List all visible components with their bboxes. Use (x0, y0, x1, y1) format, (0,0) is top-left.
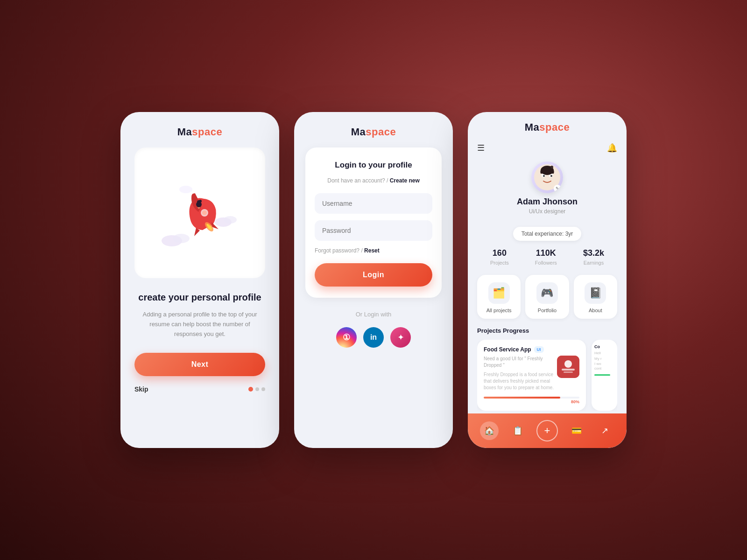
username-input[interactable] (315, 193, 432, 214)
stat-earnings-value: $3.2k (583, 248, 604, 258)
project-name: Food Service App (484, 346, 531, 353)
onboard-illustration-box (134, 147, 265, 278)
edit-avatar-badge[interactable]: ✎ (554, 185, 561, 192)
brand-title-1: Maspace (177, 126, 222, 138)
stat-projects-label: Projects (490, 260, 509, 266)
progress-bar-fill (484, 397, 560, 399)
svg-point-12 (199, 200, 202, 203)
progress-bar-background (484, 397, 579, 399)
next-button[interactable]: Next (134, 353, 265, 376)
hamburger-icon[interactable]: ☰ (477, 143, 485, 153)
forgot-text: Forgot password? / (315, 247, 363, 254)
dot-1 (248, 387, 253, 392)
nav-wallet-button[interactable]: 💳 (567, 421, 586, 440)
stat-followers-label: Followers (535, 260, 557, 266)
brand-space: space (192, 126, 222, 138)
svg-point-17 (550, 175, 552, 177)
brand-ma-3: Ma (525, 121, 540, 133)
brand-title-2: Maspace (351, 126, 396, 138)
login-form-box: Login to your profile Dont have an accou… (305, 147, 442, 298)
projects-row: Food Service App UI Need a good UI for "… (477, 340, 617, 411)
onboard-heading: create your personal profile (138, 291, 261, 303)
dot-2 (255, 387, 259, 391)
svg-rect-24 (564, 371, 573, 373)
brand-ma-2: Ma (351, 126, 366, 138)
menu-about-label: About (589, 308, 602, 313)
experience-badge: Total experiance: 3yr (513, 227, 582, 241)
profile-scroll-area: Maspace ☰ 🔔 ✎ (468, 112, 627, 448)
onboard-description: Adding a personal profile to the top of … (134, 310, 265, 339)
brand-space-3: space (539, 121, 570, 133)
social-login-row: ① in ✦ (336, 327, 411, 348)
create-account-prompt: Dont have an account? / Create new (315, 177, 432, 184)
instagram-login-button[interactable]: ① (336, 327, 357, 348)
all-projects-icon: 🗂️ (488, 282, 510, 304)
projects-section-title: Projects Progress (477, 327, 617, 334)
rocket-illustration (158, 166, 242, 259)
brand-space-2: space (366, 126, 396, 138)
menu-portfolio-label: Portfolio (538, 308, 557, 313)
stat-earnings-label: Earnings (584, 260, 604, 266)
svg-point-16 (543, 175, 545, 177)
card-footer: Skip (134, 385, 265, 393)
profile-card: Maspace ☰ 🔔 ✎ (468, 112, 627, 448)
avatar: ✎ (531, 161, 563, 193)
profile-name: Adam Jhonson (517, 197, 578, 207)
nav-home-button[interactable]: 🏠 (480, 421, 499, 440)
dribbble-login-button[interactable]: ✦ (390, 327, 411, 348)
bell-icon[interactable]: 🔔 (607, 143, 617, 153)
menu-all-projects[interactable]: 🗂️ All projects (477, 275, 521, 319)
pagination-dots (248, 387, 265, 392)
profile-avatar-section: ✎ Adam Jhonson Ui/Ux designer (477, 161, 617, 215)
project-card-food[interactable]: Food Service App UI Need a good UI for "… (477, 340, 586, 411)
linkedin-login-button[interactable]: in (363, 327, 384, 348)
brand-ma: Ma (177, 126, 192, 138)
project-card-partial: Co Hell My r I wo cont (592, 340, 617, 411)
bottom-navigation: 🏠 📋 + 💳 ↗ (468, 413, 627, 448)
dot-3 (261, 387, 265, 391)
nav-list-button[interactable]: 📋 (508, 421, 527, 440)
project-tag: UI (534, 346, 544, 353)
svg-point-20 (550, 166, 553, 168)
about-icon: 📓 (585, 282, 606, 304)
project-progress: 80% (484, 397, 579, 404)
menu-grid: 🗂️ All projects 🎮 Portfolio 📓 About (477, 275, 617, 319)
skip-link[interactable]: Skip (134, 385, 148, 393)
stat-projects: 160 Projects (490, 248, 509, 266)
svg-point-1 (173, 234, 190, 243)
svg-point-22 (564, 360, 572, 368)
svg-point-3 (224, 216, 237, 224)
reset-link[interactable]: Reset (364, 247, 380, 254)
login-button[interactable]: Login (315, 263, 432, 287)
project-thumbnail (557, 356, 579, 378)
brand-title-3: Maspace (477, 121, 617, 133)
menu-about[interactable]: 📓 About (574, 275, 617, 319)
stat-projects-value: 160 (490, 248, 509, 258)
stats-row: 160 Projects 110K Followers $3.2k Earnin… (477, 248, 617, 266)
project-header: Food Service App UI (484, 346, 579, 353)
svg-point-7 (202, 210, 207, 215)
progress-percentage: 80% (484, 399, 579, 404)
portfolio-icon: 🎮 (536, 282, 558, 304)
forgot-password-row: Forgot password? / Reset (315, 247, 432, 254)
create-new-link[interactable]: Create new (390, 177, 420, 184)
login-title: Login to your profile (315, 161, 432, 170)
stat-followers-value: 110K (535, 248, 557, 258)
login-card: Maspace Login to your profile Dont have … (294, 112, 453, 448)
nav-share-button[interactable]: ↗ (596, 421, 614, 440)
no-account-text: Dont have an account? / (327, 177, 388, 184)
profile-topbar: ☰ 🔔 (477, 143, 617, 153)
stat-followers: 110K Followers (535, 248, 557, 266)
or-divider: Or Login with (356, 311, 392, 318)
menu-all-projects-label: All projects (486, 308, 512, 313)
password-input[interactable] (315, 220, 432, 241)
svg-rect-23 (562, 369, 575, 371)
nav-add-button[interactable]: + (536, 420, 558, 441)
svg-point-4 (179, 186, 192, 193)
onboarding-card: Maspace (120, 112, 279, 448)
profile-role: Ui/Ux designer (529, 208, 566, 215)
stat-earnings: $3.2k Earnings (583, 248, 604, 266)
menu-portfolio[interactable]: 🎮 Portfolio (525, 275, 569, 319)
